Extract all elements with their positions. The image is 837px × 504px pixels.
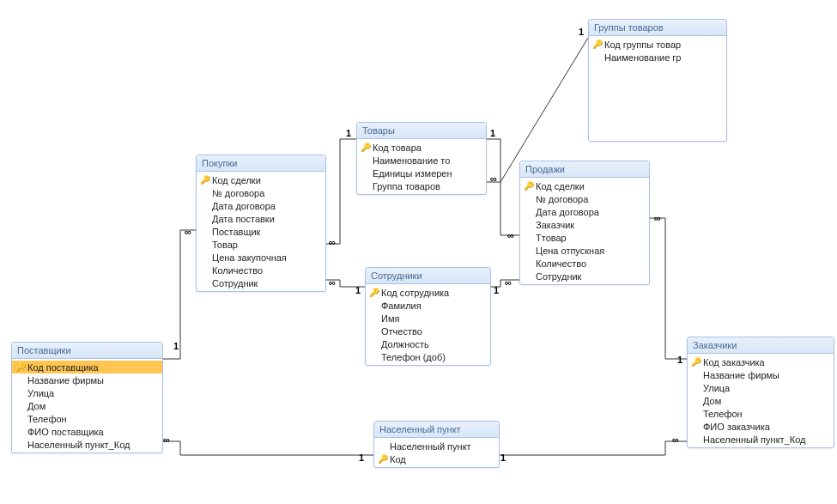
field-label: Дом [26, 401, 45, 411]
field-row[interactable]: •Дата договора [197, 199, 325, 212]
table-purchases[interactable]: Покупки🔑Код сделки•№ договора•Дата догов… [196, 155, 326, 292]
field-label: Дата поставки [210, 214, 275, 224]
table-goods[interactable]: Товары🔑Код товара•Наименование то•Единиц… [356, 122, 487, 195]
field-row[interactable]: •Цена отпускная [520, 244, 649, 257]
field-row[interactable]: •ФИО поставщика [12, 425, 162, 438]
field-label: Должность [379, 339, 429, 349]
field-label: ФИО поставщика [26, 427, 104, 437]
table-sales[interactable]: Продажи🔑Код сделки•№ договора•Дата догов… [519, 161, 650, 285]
field-row[interactable]: •Товар [197, 238, 325, 251]
cardinality-one: 1 [490, 128, 495, 138]
field-row[interactable]: •Заказчик [520, 218, 649, 231]
field-label: Наименование гр [603, 52, 681, 63]
field-label: Код [388, 454, 406, 465]
table-body: 🔑Код сделки•№ договора•Дата договора•Зак… [520, 178, 649, 284]
primary-key-icon: 🔑 [592, 39, 603, 49]
cardinality-one: 1 [677, 355, 682, 365]
field-row[interactable]: •Единицы измерен [357, 167, 486, 179]
field-row[interactable]: •Наименование гр [589, 51, 726, 64]
field-row[interactable]: •Населенный пункт_Код [12, 438, 162, 451]
field-label: Населенный пункт [388, 441, 471, 452]
field-row[interactable]: •Телефон [688, 407, 834, 420]
field-row[interactable]: •Населенный пункт_Код [688, 433, 834, 446]
table-body: 🔑Код сделки•№ договора•Дата договора•Дат… [197, 172, 325, 291]
table-customers[interactable]: Заказчики🔑Код заказчика•Название фирмы•У… [687, 337, 834, 448]
cardinality-many: ∞ [505, 277, 511, 288]
table-header[interactable]: Группы товаров [589, 20, 726, 36]
field-row[interactable]: •Название фирмы [688, 368, 834, 381]
field-row[interactable]: •Улица [12, 386, 162, 399]
field-row[interactable]: •Фамилия [366, 299, 490, 312]
field-row[interactable]: •Группа товаров [357, 179, 486, 192]
table-groups[interactable]: Группы товаров🔑Код группы товар•Наименов… [588, 19, 727, 142]
field-label: ФИО заказчика [701, 422, 770, 432]
table-employees[interactable]: Сотрудники🔑Код сотрудника•Фамилия•Имя•От… [365, 267, 491, 366]
field-row[interactable]: •Наименование то [357, 154, 486, 167]
cardinality-one: 1 [359, 452, 364, 463]
field-row[interactable]: •Дом [12, 399, 162, 412]
field-row[interactable]: •Сотрудник [197, 276, 325, 289]
table-header[interactable]: Сотрудники [366, 268, 490, 284]
field-row[interactable]: 🔑Код товара [357, 141, 486, 154]
field-label: Населенный пункт_Код [701, 434, 805, 445]
cardinality-one: 1 [346, 128, 351, 138]
cardinality-one: 1 [579, 27, 584, 37]
primary-key-icon: 🔑 [361, 143, 371, 152]
cardinality-many: ∞ [329, 277, 335, 288]
table-header[interactable]: Товары [357, 123, 486, 139]
field-row[interactable]: 🔑Код сделки [197, 173, 325, 186]
field-row[interactable]: •Должность [366, 337, 490, 350]
cardinality-many: ∞ [654, 213, 660, 223]
field-row[interactable]: •Улица [688, 381, 834, 394]
field-label: Код поставщика [26, 362, 99, 373]
field-row[interactable]: 🔑Код [374, 452, 499, 465]
table-body: 🔑Код поставщика•Название фирмы•Улица•Дом… [12, 359, 162, 452]
field-row[interactable]: •Дом [688, 394, 834, 407]
field-row[interactable]: 🔑Код заказчика [688, 355, 834, 368]
field-row[interactable]: •Количество [520, 257, 649, 270]
field-row[interactable]: •№ договора [197, 186, 325, 199]
field-label: Название фирмы [26, 375, 104, 386]
cardinality-one: 1 [500, 452, 506, 463]
field-row[interactable]: 🔑Код сделки [520, 179, 649, 192]
table-header[interactable]: Заказчики [688, 337, 834, 354]
field-label: Код группы товар [603, 39, 681, 50]
field-row[interactable]: •Населенный пункт [374, 440, 499, 452]
field-label: Наименование то [371, 155, 450, 166]
field-label: Сотрудник [210, 278, 258, 288]
field-row[interactable]: •Сотрудник [520, 270, 649, 282]
field-label: Населенный пункт_Код [26, 440, 130, 450]
field-row[interactable]: 🔑Код сотрудника [366, 286, 490, 299]
field-label: Улица [26, 388, 54, 398]
table-header[interactable]: Населенный пункт [374, 422, 499, 438]
field-row[interactable]: •Телефон [12, 412, 162, 425]
field-row[interactable]: •Дата договора [520, 205, 649, 218]
field-row[interactable]: 🔑Код группы товар [589, 38, 726, 51]
field-row[interactable]: •ФИО заказчика [688, 420, 834, 433]
field-row[interactable]: •Количество [197, 264, 325, 276]
table-header[interactable]: Продажи [520, 161, 649, 178]
primary-key-icon: 🔑 [524, 181, 534, 191]
field-row[interactable]: •Имя [366, 312, 490, 325]
table-header[interactable]: Поставщики [12, 343, 162, 359]
field-label: Группа товаров [371, 181, 440, 191]
field-row[interactable]: •Дата поставки [197, 212, 325, 225]
primary-key-icon: 🔑 [200, 175, 210, 185]
cardinality-many: ∞ [490, 173, 496, 184]
field-row[interactable]: •Телефон (доб) [366, 350, 490, 363]
field-label: Товар [210, 240, 238, 250]
table-suppliers[interactable]: Поставщики🔑Код поставщика•Название фирмы… [11, 342, 163, 453]
field-row[interactable]: •Ттовар [520, 231, 649, 244]
field-label: Ттовар [534, 233, 567, 243]
field-row[interactable]: •Поставщик [197, 225, 325, 238]
field-label: Количество [210, 265, 263, 276]
field-row[interactable]: •Цена закупочная [197, 251, 325, 264]
table-header[interactable]: Покупки [197, 155, 325, 172]
field-row[interactable]: 🔑Код поставщика [12, 361, 162, 373]
table-city[interactable]: Населенный пункт•Населенный пункт🔑Код [373, 421, 500, 468]
field-label: Телефон [701, 409, 743, 419]
table-body: 🔑Код группы товар•Наименование гр [589, 36, 726, 141]
field-row[interactable]: •№ договора [520, 192, 649, 205]
field-row[interactable]: •Отчество [366, 325, 490, 337]
field-row[interactable]: •Название фирмы [12, 373, 162, 386]
